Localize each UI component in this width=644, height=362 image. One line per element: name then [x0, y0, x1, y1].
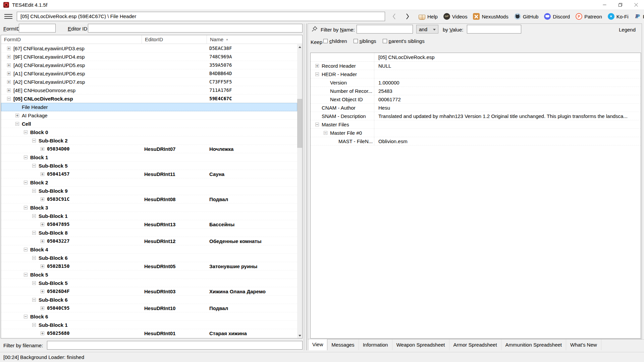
panel-splitter[interactable]	[304, 23, 307, 350]
table-row[interactable]: + [A0] CNFloraLeyawiinUPD5.esp 359A5076	[1, 61, 297, 69]
expand-icon[interactable]: −	[24, 248, 28, 251]
table-row[interactable]: − Sub-Block 6	[1, 254, 297, 262]
keep-option[interactable]: parent's siblings	[383, 38, 425, 44]
table-row[interactable]: − Block 6	[1, 312, 297, 321]
expand-icon[interactable]: +	[7, 63, 11, 67]
detail-row[interactable]: − Master File #0	[311, 129, 641, 137]
scroll-down-button[interactable]	[297, 333, 302, 338]
table-row[interactable]: − Block 4	[1, 245, 297, 254]
expand-icon[interactable]: +	[7, 55, 11, 59]
scroll-up-button[interactable]	[297, 44, 302, 50]
detail-row[interactable]: MAST - FileN... Oblivion.esm	[311, 137, 641, 145]
column-header-name[interactable]: Name ▲	[207, 35, 302, 44]
table-row[interactable]: + 05047895 HesuDRInt13 Бассейны	[1, 220, 297, 229]
expand-icon[interactable]: −	[32, 139, 36, 142]
detail-row[interactable]: CNAM - Author Hesu	[311, 104, 641, 112]
formid-input[interactable]	[19, 24, 56, 33]
table-row[interactable]: + [A2] CNFloraLeyawiinUPD7.esp C73FF5F5	[1, 78, 297, 86]
tab[interactable]: Armor Spreadsheet	[449, 340, 501, 350]
expand-icon[interactable]: −	[315, 123, 319, 126]
expand-icon[interactable]: −	[32, 164, 36, 168]
table-row[interactable]: − Block 0	[1, 128, 297, 136]
editorid-input[interactable]	[88, 24, 303, 33]
table-row[interactable]: − Cell	[1, 120, 297, 128]
expand-icon[interactable]: −	[324, 131, 327, 135]
table-row[interactable]: + [9F] CNFloraLeyawiinUPD4.esp 748C969A	[1, 53, 297, 61]
toolbar-link[interactable]: PayPal	[634, 13, 644, 20]
tab[interactable]: What's New	[566, 340, 601, 350]
table-row[interactable]: + 05034D00 HesuDRInt07 Ночлежка	[1, 145, 297, 153]
detail-field-value[interactable]: NULL	[374, 63, 641, 69]
column-header-formid[interactable]: FormID	[1, 35, 142, 44]
toolbar-link[interactable]: Discord	[544, 13, 570, 20]
detail-row[interactable]: Number of Recor... 25483	[311, 87, 641, 95]
table-row[interactable]: − Sub-Block 1	[1, 212, 297, 220]
toolbar-link[interactable]: Videos	[443, 13, 468, 20]
detail-field-value[interactable]: 1.000000	[374, 80, 641, 85]
legend-link[interactable]: Legend	[619, 27, 636, 33]
table-row[interactable]: − Sub-Block 2	[1, 136, 297, 145]
menu-button[interactable]	[4, 13, 13, 20]
record-column-header[interactable]: [05] CNLocDiveRock.esp	[374, 54, 641, 60]
detail-field-value[interactable]: 00061772	[374, 97, 641, 102]
expand-icon[interactable]: +	[41, 331, 44, 335]
expand-icon[interactable]: −	[15, 122, 19, 126]
table-row[interactable]: − Block 5	[1, 270, 297, 279]
table-row[interactable]: − Block 1	[1, 153, 297, 162]
expand-icon[interactable]: −	[32, 214, 36, 218]
keep-option[interactable]: children	[323, 38, 347, 44]
expand-icon[interactable]: −	[24, 315, 28, 318]
table-row[interactable]: − [05] CNLocDiveRock.esp 59E4C67C	[1, 95, 297, 103]
filter-by-value-input[interactable]	[467, 25, 521, 34]
table-row[interactable]: − Sub-Block 5	[1, 279, 297, 287]
keep-option[interactable]: siblings	[354, 38, 376, 44]
expand-icon[interactable]: −	[32, 189, 36, 193]
table-row[interactable]: + 05025680 HesuDRInt01 Старая хижина	[1, 329, 297, 338]
table-row[interactable]: + 05043227 HesuDRInt12 Обеденные комнаты	[1, 237, 297, 245]
table-row[interactable]: + AI Package	[1, 111, 297, 120]
table-row[interactable]: − Sub-Block 5	[1, 162, 297, 170]
expand-icon[interactable]: +	[7, 47, 11, 50]
scroll-thumb[interactable]	[297, 99, 302, 148]
table-row[interactable]: File Header	[1, 103, 297, 111]
detail-row[interactable]: SNAM - Description Translated and update…	[311, 112, 641, 120]
checkbox-unchecked[interactable]	[323, 39, 328, 43]
address-bar[interactable]: [05] CNLocDiveRock.esp (59E4C67C) \ File…	[17, 12, 385, 21]
expand-icon[interactable]: −	[24, 156, 28, 159]
tab[interactable]: Weapon Spreadsheet	[392, 340, 449, 350]
expand-icon[interactable]: −	[24, 181, 28, 184]
expand-icon[interactable]: +	[41, 172, 44, 176]
expand-icon[interactable]: −	[32, 281, 36, 285]
detail-field-value[interactable]: Translated and updated by mhahn123 Versi…	[374, 113, 641, 119]
table-row[interactable]: − Sub-Block 8	[1, 229, 297, 237]
expand-icon[interactable]: +	[7, 80, 11, 84]
table-row[interactable]: + 05026D4F HesuDRInt03 Хижина Олана Даре…	[1, 287, 297, 296]
table-row[interactable]: + 0502B150 HesuDRInt05 Затонувшие руины	[1, 262, 297, 270]
toolbar-link[interactable]: Ko-Fi	[608, 13, 629, 20]
tab[interactable]: Information	[359, 340, 392, 350]
table-row[interactable]: − Block 3	[1, 203, 297, 212]
expand-icon[interactable]: +	[41, 306, 44, 310]
expand-icon[interactable]: −	[32, 298, 36, 302]
toolbar-link[interactable]: GitHub	[514, 13, 539, 20]
expand-icon[interactable]: +	[41, 290, 44, 293]
close-button[interactable]	[628, 0, 644, 9]
expand-icon[interactable]: +	[15, 114, 19, 117]
expand-icon[interactable]: +	[41, 147, 44, 151]
table-row[interactable]: + [67] CNFloraLeyawiinUPD3.esp D5EAC38F	[1, 44, 297, 53]
detail-row[interactable]: − HEDR - Header	[311, 70, 641, 78]
expand-icon[interactable]: −	[315, 72, 319, 76]
expand-icon[interactable]: +	[7, 88, 11, 92]
expand-icon[interactable]: +	[41, 239, 44, 243]
expand-icon[interactable]: −	[32, 256, 36, 260]
column-header-editorid[interactable]: EditorID	[142, 35, 207, 44]
table-row[interactable]: − Sub-Block 9	[1, 187, 297, 195]
expand-icon[interactable]: +	[41, 197, 44, 201]
pin-button[interactable]	[311, 26, 318, 33]
expand-icon[interactable]: +	[41, 264, 44, 268]
table-row[interactable]: + 05040C95 HesuDRInt10 Подвал	[1, 304, 297, 312]
detail-row[interactable]: − Master Files	[311, 120, 641, 129]
detail-field-value[interactable]: Oblivion.esm	[374, 138, 641, 144]
tab[interactable]: Ammunition Spreadsheet	[501, 340, 566, 350]
maximize-button[interactable]	[612, 0, 628, 9]
